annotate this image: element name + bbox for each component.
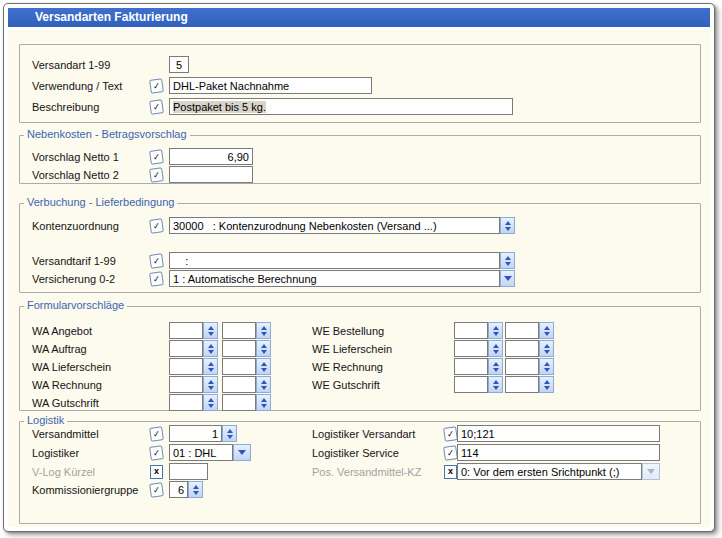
we-gutschrift-spinner-1[interactable] xyxy=(488,376,503,393)
versandmittel-input[interactable]: 1 xyxy=(169,425,222,442)
arrow-down-icon xyxy=(261,350,267,354)
note-check-icon[interactable]: ✓ xyxy=(149,78,164,94)
versandtarif-spinner-button[interactable] xyxy=(500,252,515,269)
we-bestellung-spinner-1[interactable] xyxy=(488,322,503,339)
logistiker-service-input[interactable]: 114 xyxy=(457,444,660,461)
we-gutschrift-input-1[interactable] xyxy=(454,376,488,393)
netto1-label: Vorschlag Netto 1 xyxy=(32,151,150,163)
versandtarif-input[interactable]: : xyxy=(169,252,500,269)
versicherung-dropdown-button[interactable] xyxy=(500,270,515,287)
wa-angebot-input-1[interactable] xyxy=(169,322,203,339)
vlog-kuerzel-input[interactable] xyxy=(169,463,208,480)
group-logistik: Logistik Versandmittel ✓ 1 Logistiker Ve… xyxy=(19,421,701,524)
wa-angebot-input-2[interactable] xyxy=(222,322,256,339)
wa-lieferschein-spinner-1[interactable] xyxy=(203,358,218,375)
kommissioniergruppe-input[interactable]: 6 xyxy=(169,481,188,498)
kontenzuordnung-input[interactable]: 30000 : Kontenzurodnung Nebenkosten (Ver… xyxy=(169,217,500,234)
wa-auftrag-spinner-2[interactable] xyxy=(256,340,271,357)
note-check-icon[interactable]: ✓ xyxy=(149,218,164,234)
wa-auftrag-input-1[interactable] xyxy=(169,340,203,357)
group-nebenkosten: Nebenkosten - Betragsvorschlag Vorschlag… xyxy=(19,135,701,184)
arrow-down-icon xyxy=(505,262,511,266)
wa-rechnung-spinner-1[interactable] xyxy=(203,376,218,393)
we-rechnung-spinner-2[interactable] xyxy=(539,358,554,375)
chevron-down-icon xyxy=(238,450,246,455)
we-bestellung-label: WE Bestellung xyxy=(312,325,384,337)
wa-gutschrift-input-2[interactable] xyxy=(222,394,256,411)
group-general: Versandart 1-99 5 Verwendung / Text ✓ DH… xyxy=(19,44,701,123)
we-bestellung-input-1[interactable] xyxy=(454,322,488,339)
wa-gutschrift-input-1[interactable] xyxy=(169,394,203,411)
note-check-icon[interactable]: ✓ xyxy=(149,426,164,442)
row-versandmittel: Versandmittel ✓ 1 Logistiker Versandart … xyxy=(32,425,690,442)
arrow-down-icon xyxy=(208,404,214,408)
wa-gutschrift-spinner-1[interactable] xyxy=(203,394,218,411)
we-bestellung-input-2[interactable] xyxy=(505,322,539,339)
versandart-input[interactable]: 5 xyxy=(169,56,189,73)
note-check-icon[interactable]: ✓ xyxy=(443,426,458,442)
wa-rechnung-spinner-2[interactable] xyxy=(256,376,271,393)
note-check-icon[interactable]: ✓ xyxy=(443,445,458,461)
kontenzuordnung-spinner-button[interactable] xyxy=(500,217,515,234)
window-titlebar: Versandarten Fakturierung xyxy=(8,8,710,27)
pos-versandmittel-kz-label: Pos. Versandmittel-KZ xyxy=(312,466,421,478)
arrow-up-icon xyxy=(208,380,214,384)
logistiker-select[interactable]: 01 : DHL xyxy=(169,444,233,461)
kommissioniergruppe-spinner-button[interactable] xyxy=(188,481,203,498)
versicherung-select[interactable]: 1 : Automatische Berechnung xyxy=(169,270,500,287)
arrow-up-icon xyxy=(261,344,267,348)
arrow-up-icon xyxy=(193,485,199,489)
arrow-up-icon xyxy=(208,344,214,348)
wa-rechnung-input-2[interactable] xyxy=(222,376,256,393)
note-check-icon[interactable]: ✓ xyxy=(149,445,164,461)
note-check-icon[interactable]: ✓ xyxy=(149,271,164,287)
we-rechnung-input-2[interactable] xyxy=(505,358,539,375)
we-rechnung-spinner-1[interactable] xyxy=(488,358,503,375)
arrow-down-icon xyxy=(261,332,267,336)
row-beschreibung: Beschreibung ✓ Postpaket bis 5 kg. xyxy=(32,98,690,115)
wa-auftrag-spinner-1[interactable] xyxy=(203,340,218,357)
arrow-up-icon xyxy=(493,326,499,330)
arrow-down-icon xyxy=(208,368,214,372)
logistiker-versandart-input[interactable]: 10;121 xyxy=(457,425,660,442)
netto2-input[interactable] xyxy=(169,166,253,183)
we-lieferschein-spinner-1[interactable] xyxy=(488,340,503,357)
wa-lieferschein-input-2[interactable] xyxy=(222,358,256,375)
wa-angebot-spinner-2[interactable] xyxy=(256,322,271,339)
row-versicherung: Versicherung 0-2 ✓ 1 : Automatische Bere… xyxy=(32,270,690,287)
pos-versandmittel-kz-select[interactable]: 0: Vor dem ersten Srichtpunkt (;) xyxy=(457,463,642,480)
we-gutschrift-spinner-2[interactable] xyxy=(539,376,554,393)
verwendung-input[interactable]: DHL-Paket Nachnahme xyxy=(169,77,372,94)
versandmittel-spinner-button[interactable] xyxy=(222,425,237,442)
vlog-kuerzel-label: V-Log Kürzel xyxy=(32,466,150,478)
note-check-icon[interactable]: ✓ xyxy=(149,149,164,165)
wa-lieferschein-spinner-2[interactable] xyxy=(256,358,271,375)
we-gutschrift-input-2[interactable] xyxy=(505,376,539,393)
wa-lieferschein-label: WA Lieferschein xyxy=(32,361,169,373)
wa-lieferschein-input-1[interactable] xyxy=(169,358,203,375)
wa-auftrag-label: WA Auftrag xyxy=(32,343,169,355)
note-check-icon[interactable]: ✓ xyxy=(149,482,164,498)
we-rechnung-input-1[interactable] xyxy=(454,358,488,375)
wa-gutschrift-spinner-2[interactable] xyxy=(256,394,271,411)
note-check-icon[interactable]: ✓ xyxy=(149,253,164,269)
note-check-icon[interactable]: ✓ xyxy=(149,99,164,115)
netto1-input[interactable]: 6,90 xyxy=(169,148,253,165)
wa-auftrag-input-2[interactable] xyxy=(222,340,256,357)
wa-rechnung-label: WA Rechnung xyxy=(32,379,169,391)
beschreibung-input[interactable]: Postpaket bis 5 kg. xyxy=(169,98,513,115)
wa-rechnung-input-1[interactable] xyxy=(169,376,203,393)
wa-angebot-spinner-1[interactable] xyxy=(203,322,218,339)
arrow-down-icon xyxy=(208,386,214,390)
row-formular-3: WA Lieferschein WE Rechnung xyxy=(32,358,690,375)
we-bestellung-spinner-2[interactable] xyxy=(539,322,554,339)
we-lieferschein-input-1[interactable] xyxy=(454,340,488,357)
x-icon[interactable]: x xyxy=(150,465,163,479)
logistiker-dropdown-button[interactable] xyxy=(233,444,251,461)
we-lieferschein-input-2[interactable] xyxy=(505,340,539,357)
arrow-down-icon xyxy=(505,227,511,231)
note-check-icon[interactable]: ✓ xyxy=(149,167,164,183)
we-lieferschein-spinner-2[interactable] xyxy=(539,340,554,357)
x-icon[interactable]: x xyxy=(444,465,457,479)
arrow-down-icon xyxy=(193,491,199,495)
